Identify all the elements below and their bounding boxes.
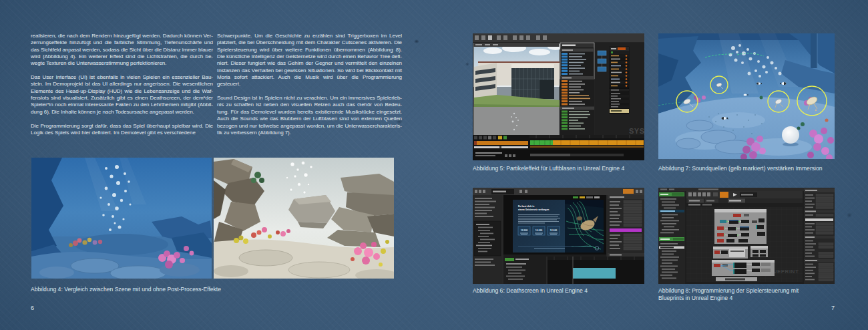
pearl-sphere xyxy=(782,126,799,144)
body-paragraph: Das User Interface (UI) ist ebenfalls in… xyxy=(31,74,213,116)
deathscreen-heading-line2: einem Geisternetz verfangen xyxy=(518,208,549,211)
figure6-caption: Abbildung 6: Deathscreen in Unreal Engin… xyxy=(473,287,588,295)
document-spread: realisieren, die nach dem Rendern hinzug… xyxy=(0,0,868,330)
deathscreen-widget: Du hast dich in einem Geisternetz verfan… xyxy=(513,200,604,253)
viewport-panel xyxy=(474,43,564,135)
figure-7-sound-sources xyxy=(658,33,835,159)
page-number-right: 7 xyxy=(825,305,835,311)
play-button xyxy=(720,192,728,198)
figure-4-comparison xyxy=(31,158,394,279)
figure4-caption: Abbildung 4: Vergleich zwischen Szene mi… xyxy=(31,286,221,293)
comment-box-b xyxy=(713,246,748,259)
system-watermark: SYSTEM xyxy=(629,127,644,135)
animation-track-block xyxy=(573,268,616,279)
turtle-head xyxy=(577,216,582,220)
color-swatch-row xyxy=(610,228,642,232)
figure7-caption: Abbildung 7: Soundquellen (gelb markiert… xyxy=(658,165,823,172)
stat-value: 10.000 xyxy=(535,229,542,232)
figure-6-deathscreen: Du hast dich in einem Geisternetz verfan… xyxy=(473,188,644,284)
unreal-cascade-editor: SYSTEM xyxy=(473,33,644,160)
underwater-topdown-scene xyxy=(658,33,835,159)
editor-toolbar xyxy=(473,33,644,42)
timeline-toolbar-icons xyxy=(474,136,507,140)
details-panel xyxy=(804,188,835,284)
figure5-caption: Abbildung 5: Partikeleffekt für Luftblas… xyxy=(473,165,624,172)
blueprint-toolbar xyxy=(686,191,803,203)
body-paragraph: Schwerpunkte. Um die Geschichte zu erzäh… xyxy=(217,33,402,88)
body-paragraph: Sound Design ist in Spielen nicht zu ver… xyxy=(217,95,402,136)
animation-panel xyxy=(503,257,644,284)
page-number-left: 6 xyxy=(31,305,34,311)
stat-value: 12.000 xyxy=(521,229,527,232)
my-blueprint-panel xyxy=(658,191,685,284)
node-stack xyxy=(598,51,606,71)
body-paragraph: Die Programmierung sorgt dafür, dass das… xyxy=(31,123,213,137)
hierarchy-panel xyxy=(473,195,502,284)
deathscreen-heading-line1: Du hast dich in xyxy=(518,205,534,208)
add-animation-button xyxy=(505,258,514,261)
emitter-list-panel xyxy=(560,43,594,135)
body-paragraph: realisieren, die nach dem Rendern hinzug… xyxy=(31,33,213,67)
comment-box-a xyxy=(714,209,767,244)
play-button xyxy=(623,189,634,194)
unreal-umg-editor: Du hast dich in einem Geisternetz verfan… xyxy=(473,188,644,284)
figure-8-blueprint-editor: BLUEPRINT xyxy=(658,188,835,284)
graph-area: BLUEPRINT xyxy=(686,203,803,282)
stat-value: 12.000 xyxy=(550,229,557,232)
scene-without-postprocess xyxy=(214,158,394,279)
figure-5-particle-editor: SYSTEM xyxy=(473,33,644,160)
editor-toolbar xyxy=(473,188,644,195)
scene-with-postprocess xyxy=(31,158,212,279)
emitter-stack-panel xyxy=(610,47,629,114)
timeline-panel xyxy=(473,135,644,160)
unreal-blueprint-editor: BLUEPRINT xyxy=(658,188,835,284)
comment-box-d xyxy=(712,260,775,276)
stat-boxes: 12.000 10.000 12.000 xyxy=(518,226,560,235)
designer-canvas: Du hast dich in einem Geisternetz verfan… xyxy=(503,195,606,257)
figure8-caption: Abbildung 8: Programmierung der Spielers… xyxy=(658,287,804,301)
text-column-left: realisieren, die nach dem Rendern hinzug… xyxy=(31,33,213,144)
comment-box-c xyxy=(750,246,768,257)
text-column-right: Schwerpunkte. Um die Geschichte zu erzäh… xyxy=(217,33,402,144)
